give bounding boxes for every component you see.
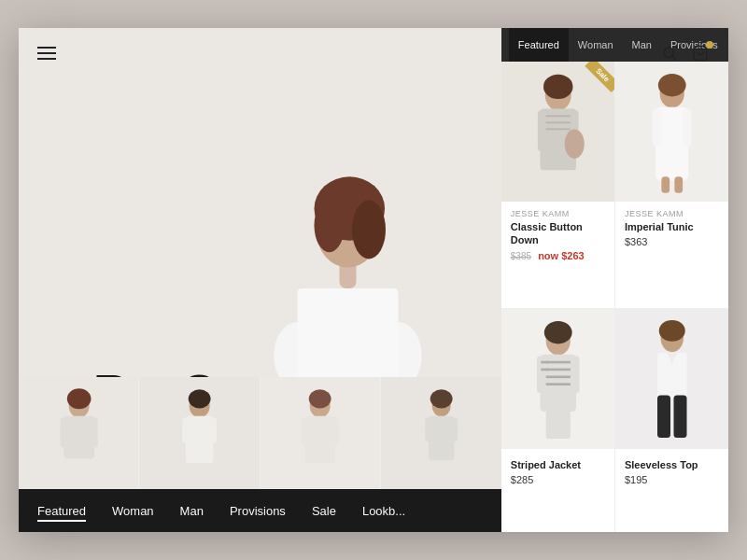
product-name-2: Imperial Tunic	[625, 220, 719, 233]
svg-line-13	[672, 56, 676, 60]
svg-rect-44	[542, 122, 574, 124]
product-card-2[interactable]: Jesse Kamm Imperial Tunic $363	[615, 62, 728, 308]
svg-rect-54	[683, 109, 692, 146]
product-info-3: Striped Jacket $285	[501, 449, 614, 495]
product-card-4[interactable]: Sleeveless Top $195	[615, 309, 728, 532]
product-price-4: $195	[625, 474, 719, 485]
svg-rect-37	[425, 418, 432, 442]
svg-rect-25	[182, 418, 190, 443]
svg-rect-20	[89, 418, 97, 448]
svg-rect-45	[542, 129, 574, 131]
original-price-1: $385	[511, 251, 531, 261]
thumbnail-4[interactable]	[381, 377, 500, 489]
svg-rect-53	[652, 109, 661, 146]
search-icon[interactable]	[661, 45, 678, 66]
svg-point-59	[543, 321, 571, 344]
nav-featured[interactable]: Featured	[37, 504, 86, 518]
bottom-thumbnails	[19, 377, 501, 489]
svg-rect-66	[541, 360, 548, 363]
product-name-4: Sleeveless Top	[625, 458, 719, 471]
svg-rect-68	[570, 356, 579, 392]
svg-rect-43	[542, 116, 574, 118]
svg-rect-67	[541, 368, 548, 371]
product-brand-2: Jesse Kamm	[625, 209, 719, 218]
svg-rect-63	[541, 375, 575, 378]
browser-frame: Re+Co.	[19, 28, 728, 532]
thumbnail-3[interactable]	[261, 377, 380, 489]
product-image-4	[615, 309, 728, 449]
product-name-1: Classic Button Down	[511, 220, 605, 247]
svg-rect-75	[657, 395, 670, 438]
product-price-2: $363	[625, 236, 719, 247]
top-icons	[661, 45, 710, 66]
product-card-3[interactable]: Striped Jacket $285	[501, 309, 614, 532]
panel-tab-woman[interactable]: Woman	[569, 28, 623, 62]
nav-provisions[interactable]: Provisions	[230, 504, 286, 518]
svg-point-72	[658, 320, 684, 342]
svg-point-29	[309, 389, 331, 408]
svg-rect-31	[302, 418, 310, 445]
product-grid: Jesse Kamm Classic Button Down $385 now …	[501, 62, 728, 532]
product-price-1: $385 now $263	[511, 250, 605, 261]
product-card-1[interactable]: Jesse Kamm Classic Button Down $385 now …	[501, 62, 614, 308]
right-panel: Featured Woman Man Provisions Sale	[501, 28, 728, 532]
product-price-3: $285	[511, 474, 605, 485]
svg-point-48	[564, 129, 584, 159]
svg-point-41	[543, 75, 573, 99]
svg-rect-38	[450, 418, 458, 442]
product-image-1	[501, 62, 614, 202]
hamburger-menu[interactable]	[37, 47, 56, 60]
svg-rect-76	[673, 395, 686, 438]
product-info-4: Sleeveless Top $195	[615, 449, 728, 495]
svg-point-5	[352, 201, 386, 259]
svg-rect-19	[60, 418, 68, 448]
cart-icon[interactable]	[691, 45, 710, 66]
svg-point-23	[189, 389, 211, 408]
product-name-3: Striped Jacket	[511, 458, 605, 471]
product-image-3	[501, 309, 614, 449]
svg-rect-64	[541, 383, 575, 385]
panel-tab-featured[interactable]: Featured	[509, 28, 569, 62]
thumbnail-2[interactable]	[139, 377, 259, 489]
nav-lookbook[interactable]: Lookb...	[362, 504, 405, 518]
svg-rect-46	[537, 110, 545, 151]
svg-rect-69	[545, 410, 570, 439]
svg-rect-32	[331, 418, 339, 445]
product-image-2	[615, 62, 728, 202]
nav-sale[interactable]: Sale	[312, 504, 336, 518]
svg-point-51	[658, 74, 686, 97]
svg-point-17	[66, 388, 91, 409]
svg-point-35	[430, 389, 453, 408]
product-brand-1: Jesse Kamm	[511, 209, 605, 218]
svg-point-6	[315, 199, 345, 253]
sale-price-1: now $263	[538, 250, 585, 261]
nav-woman[interactable]: Woman	[112, 504, 154, 518]
thumbnail-1[interactable]	[19, 377, 138, 489]
product-info-1: Jesse Kamm Classic Button Down $385 now …	[501, 202, 614, 271]
svg-point-12	[664, 48, 674, 58]
product-info-2: Jesse Kamm Imperial Tunic $363	[615, 202, 728, 257]
panel-tab-sale[interactable]: Sale	[727, 28, 728, 62]
svg-rect-26	[209, 418, 217, 443]
svg-rect-56	[674, 176, 683, 193]
bottom-navigation: Featured Woman Man Provisions Sale Lookb…	[19, 489, 501, 532]
panel-tab-man[interactable]: Man	[623, 28, 661, 62]
nav-man[interactable]: Man	[180, 504, 204, 518]
svg-rect-55	[661, 176, 669, 193]
